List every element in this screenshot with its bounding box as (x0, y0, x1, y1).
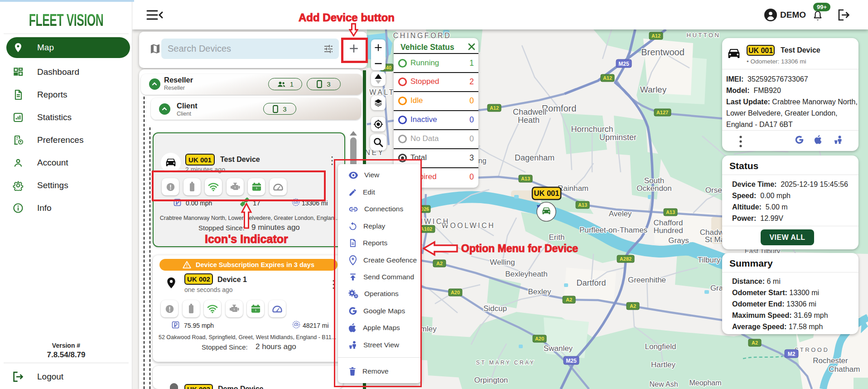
svg-text:Erith: Erith (549, 233, 565, 242)
svg-text:Purfleet-on-Thames: Purfleet-on-Thames (579, 226, 647, 234)
svg-text:M25: M25 (618, 61, 629, 67)
svg-text:M2: M2 (788, 351, 796, 357)
svg-text:A2: A2 (752, 340, 758, 345)
svg-text:Bexleyheath: Bexleyheath (505, 270, 548, 278)
svg-text:Grays: Grays (668, 236, 689, 245)
svg-text:Warley: Warley (640, 85, 667, 94)
svg-text:A2: A2 (630, 303, 636, 309)
svg-text:Greenhithe: Greenhithe (628, 276, 666, 284)
svg-text:A12: A12 (490, 105, 499, 111)
svg-text:Romford: Romford (542, 103, 577, 113)
svg-text:A127: A127 (656, 110, 668, 115)
svg-text:A20: A20 (451, 290, 460, 295)
svg-text:Tilbury: Tilbury (698, 256, 721, 264)
svg-text:Meopham: Meopham (689, 379, 721, 387)
svg-text:Bexley: Bexley (528, 287, 551, 296)
svg-text:A12: A12 (651, 33, 661, 39)
svg-text:Dartford: Dartford (576, 278, 606, 287)
svg-text:M25: M25 (566, 358, 577, 364)
svg-text:Welling: Welling (490, 258, 515, 267)
svg-text:A2: A2 (436, 261, 443, 266)
svg-text:Swanley: Swanley (544, 344, 573, 353)
svg-text:Rainham: Rainham (558, 184, 588, 193)
svg-text:UK 001: UK 001 (534, 189, 559, 197)
svg-text:Chadwell: Chadwell (513, 107, 546, 117)
svg-text:A282: A282 (620, 256, 632, 262)
svg-text:Upminster: Upminster (599, 133, 637, 142)
svg-text:A12: A12 (603, 75, 612, 81)
svg-text:A2: A2 (566, 297, 572, 302)
svg-text:Hartley: Hartley (651, 360, 675, 369)
svg-text:Sidcup: Sidcup (483, 304, 507, 313)
svg-text:Longfield: Longfield (645, 342, 676, 351)
svg-text:Chatham: Chatham (829, 365, 860, 374)
svg-text:Hundred: Hundred (653, 226, 683, 235)
svg-text:Orpington: Orpington (474, 376, 508, 384)
svg-text:Brentwood: Brentwood (641, 47, 685, 57)
svg-text:New Ash: New Ash (649, 380, 678, 388)
svg-text:A13: A13 (578, 202, 587, 208)
svg-text:Hornchurch: Hornchurch (571, 125, 613, 134)
svg-text:A13: A13 (521, 176, 530, 181)
svg-text:NWICH: NWICH (417, 218, 450, 225)
svg-text:HUTTON: HUTTON (687, 32, 721, 39)
svg-text:Rochester: Rochester (813, 356, 848, 365)
svg-text:ST MARY CRAY: ST MARY CRAY (476, 360, 535, 366)
svg-text:Dagenham: Dagenham (515, 153, 555, 162)
svg-text:Ockendon: Ockendon (637, 184, 672, 193)
svg-text:Heath: Heath (518, 116, 540, 125)
svg-text:Aveley: Aveley (609, 209, 632, 218)
svg-text:A20: A20 (535, 336, 544, 341)
svg-text:A13: A13 (666, 209, 675, 215)
svg-text:STROOD: STROOD (795, 346, 829, 353)
svg-text:A102: A102 (420, 226, 432, 232)
